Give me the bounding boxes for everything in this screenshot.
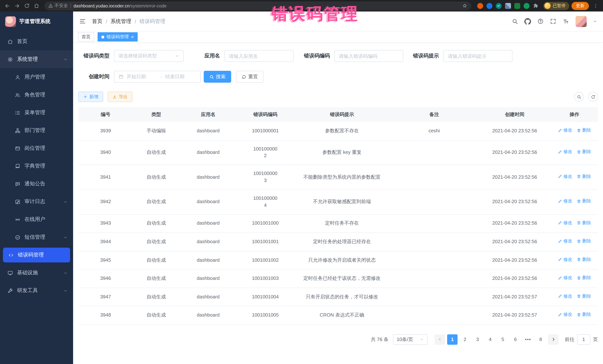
table-row: 3942自动生成dashboard100100000 4不允许获取敏感配置到前端… (78, 190, 598, 214)
breadcrumb-system[interactable]: 系统管理 (111, 18, 131, 25)
sidebar-item-6[interactable]: 部门管理 (0, 121, 73, 139)
bookmark-star-icon[interactable] (462, 3, 467, 9)
table-row: 3948自动生成dashboard1001001005CRON 表达式不正确20… (78, 306, 598, 325)
extensions-puzzle-icon[interactable] (533, 3, 539, 9)
security-warning[interactable]: 不安全 (48, 3, 68, 9)
error-hint-input[interactable] (443, 50, 512, 62)
more-pages-icon[interactable]: ••• (523, 334, 533, 345)
users-icon (15, 92, 20, 98)
back-icon[interactable] (3, 1, 12, 10)
edit-button[interactable]: 修改 (558, 238, 572, 244)
sidebar-item-15[interactable]: 研发工具 (0, 282, 73, 299)
edit-button[interactable]: 修改 (558, 293, 572, 299)
delete-button[interactable]: 删除 (577, 311, 591, 318)
app-name-input[interactable] (224, 50, 293, 62)
edit-button[interactable]: 修改 (558, 127, 572, 134)
sidebar-item-9[interactable]: 通知公告 (0, 175, 73, 193)
page-button-8[interactable]: 8 (535, 334, 546, 345)
error-type-select[interactable]: 请选择错误码类型 (114, 50, 184, 62)
hamburger-icon[interactable] (79, 18, 86, 25)
extension-icon-4[interactable] (505, 3, 511, 9)
breadcrumb-home[interactable]: 首页 (92, 18, 103, 25)
page-size-select[interactable]: 10条/页 (393, 334, 428, 345)
search-button[interactable]: 搜索 (204, 71, 231, 83)
close-icon[interactable]: × (131, 34, 134, 39)
sidebar-item-3[interactable]: 用户管理 (0, 68, 73, 86)
error-code-input[interactable] (334, 50, 403, 62)
refresh-button[interactable] (588, 92, 598, 101)
sidebar-item-1[interactable]: 首页 (0, 33, 73, 50)
sidebar-item-label: 研发工具 (17, 287, 38, 294)
reset-button[interactable]: 重置 (236, 71, 264, 83)
delete-button[interactable]: 删除 (577, 220, 591, 226)
search-icon[interactable] (512, 18, 518, 24)
trash-icon (577, 312, 581, 317)
delete-button[interactable]: 删除 (577, 238, 591, 244)
date-range-picker[interactable]: 开始日期 - 结束日期 (114, 71, 201, 83)
profile-chip[interactable]: 已暂停 (543, 2, 569, 10)
extension-icon-2[interactable] (486, 3, 492, 9)
edit-button[interactable]: 修改 (558, 149, 572, 155)
delete-button[interactable]: 删除 (577, 256, 591, 263)
app-logo[interactable]: 芋道管理系统 (0, 11, 73, 32)
delete-button[interactable]: 删除 (577, 127, 591, 134)
edit-button[interactable]: 修改 (558, 256, 572, 263)
forward-icon[interactable] (13, 1, 22, 10)
extension-icon-3[interactable] (496, 3, 501, 9)
sidebar-item-8[interactable]: 字典管理 (0, 157, 73, 175)
delete-button[interactable]: 删除 (577, 174, 591, 180)
delete-button[interactable]: 删除 (577, 293, 591, 299)
tag-home[interactable]: 首页 (78, 32, 94, 42)
chevron-down-icon[interactable] (593, 19, 597, 23)
sidebar-item-10[interactable]: 审计日志 (0, 193, 73, 210)
search-icon (209, 74, 214, 79)
page-button-3[interactable]: 3 (472, 334, 483, 345)
sidebar-item-2[interactable]: 系统管理 (0, 50, 73, 68)
help-icon[interactable] (537, 18, 544, 24)
extension-icon-1[interactable] (477, 3, 483, 9)
sidebar-item-13[interactable]: 错误码管理 (3, 248, 70, 263)
sidebar-item-14[interactable]: 基础设施 (0, 264, 73, 282)
user-avatar[interactable] (576, 16, 587, 27)
tag-error-code[interactable]: 错误码管理 × (98, 32, 138, 42)
calendar-icon (118, 74, 124, 79)
sidebar-item-5[interactable]: 菜单管理 (0, 104, 73, 121)
next-page-button[interactable] (548, 334, 558, 345)
edit-button[interactable]: 修改 (558, 275, 572, 281)
extension-icon-5[interactable] (514, 3, 520, 9)
fullscreen-icon[interactable] (550, 18, 556, 24)
update-button[interactable]: 更新 (571, 2, 589, 10)
sidebar-item-4[interactable]: 角色管理 (0, 86, 73, 104)
address-bar[interactable]: 不安全 dashboard.yudao.iocoder.cn/system/er… (45, 1, 471, 10)
add-button[interactable]: 新增 (78, 92, 103, 102)
font-size-icon[interactable] (563, 18, 569, 25)
extension-icon-6[interactable] (523, 3, 529, 9)
sidebar-item-label: 审计日志 (24, 198, 45, 205)
delete-button[interactable]: 删除 (577, 275, 591, 281)
table-row: 3943自动生成dashboard1001001000定时任务不存在2021-0… (78, 214, 598, 232)
toggle-search-button[interactable] (574, 92, 584, 101)
edit-button[interactable]: 修改 (558, 174, 572, 180)
goto-page-input[interactable] (577, 334, 590, 345)
home-icon[interactable] (32, 1, 41, 10)
cell-actions: 修改删除 (551, 122, 598, 140)
browser-menu-icon[interactable] (591, 1, 600, 10)
delete-button[interactable]: 删除 (577, 149, 591, 155)
sidebar-item-12[interactable]: 短信管理 (0, 228, 73, 246)
page-button-1[interactable]: 1 (447, 334, 458, 345)
page-button-4[interactable]: 4 (485, 334, 495, 345)
edit-button[interactable]: 修改 (558, 198, 572, 205)
page-button-2[interactable]: 2 (460, 334, 470, 345)
page-button-5[interactable]: 5 (498, 334, 508, 345)
edit-button[interactable]: 修改 (558, 220, 572, 226)
reload-icon[interactable] (22, 1, 31, 10)
page-button-6[interactable]: 6 (510, 334, 521, 345)
prev-page-button[interactable] (435, 334, 445, 345)
github-icon[interactable] (524, 18, 531, 25)
edit-button[interactable]: 修改 (558, 311, 572, 318)
sidebar-item-7[interactable]: 岗位管理 (0, 139, 73, 157)
export-button[interactable]: 导出 (108, 92, 132, 102)
cell-id: 3943 (78, 214, 133, 232)
delete-button[interactable]: 删除 (577, 198, 591, 205)
sidebar-item-11[interactable]: 在线用户 (0, 210, 73, 228)
